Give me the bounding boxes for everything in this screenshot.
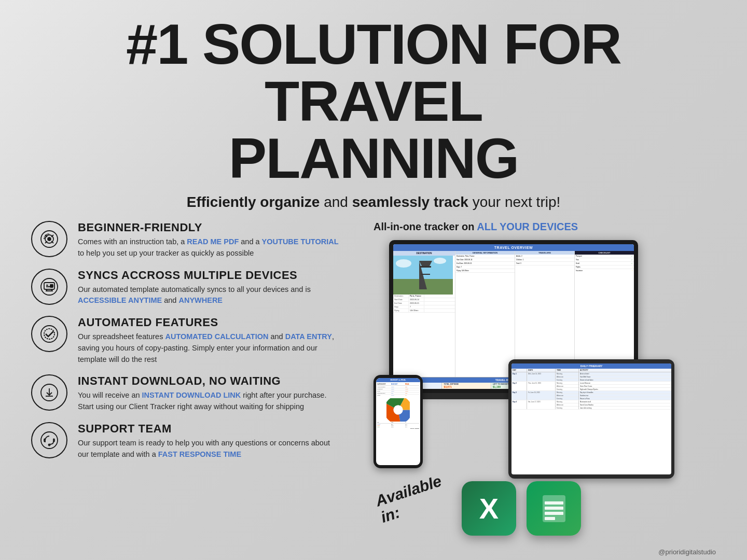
feature-automated-desc: Our spreadsheet features AUTOMATED CALCU… [78, 331, 342, 365]
instant-download-icon [31, 374, 67, 411]
svg-point-17 [396, 259, 411, 268]
tablet-screen: DAILY ITINERARY DAY DATE TIME ACTIVITY D… [511, 363, 671, 474]
title-line1: #1 SOLUTION FOR TRAVEL [126, 12, 621, 133]
footer-handle: @prioridigitalstudio [658, 548, 716, 556]
desc-pre-1: Our automated template automatically syn… [78, 285, 311, 293]
devices-title: All-in-one tracker on ALL YOUR DEVICES [374, 221, 578, 233]
highlight1-0: READ ME PDF [187, 237, 239, 246]
feature-instant-download-text: INSTANT DOWNLOAD, NO WAITING You will re… [78, 374, 342, 413]
subtitle-bold2: seamlessly track [352, 194, 468, 210]
svg-point-2 [48, 237, 51, 241]
phone-mockup: BUDGET vs REAL CATEGORY BUDGET REAL Acco… [374, 375, 423, 468]
ss-right-panel: GENERAL INFORMATION Destination: Paris, … [455, 251, 634, 377]
main-title: #1 SOLUTION FOR TRAVEL PLANNING [42, 16, 706, 187]
svg-point-24 [394, 405, 403, 415]
devices-column: All-in-one tracker on ALL YOUR DEVICES T… [363, 221, 716, 539]
feature-syncs-devices-desc: Our automated template automatically syn… [78, 284, 342, 307]
subtitle-mid: and [320, 194, 352, 210]
devices-mockup: TRAVEL OVERVIEW DESTINATION [374, 240, 674, 489]
feature-beginner-friendly-text: BEGINNER-FRIENDLY Comes with an instruct… [78, 221, 342, 259]
feature-automated-title: AUTOMATED FEATURES [78, 316, 342, 329]
desc-pre-2: Our spreadsheet features [78, 332, 165, 341]
feature-beginner-friendly-title: BEGINNER-FRIENDLY [78, 221, 342, 234]
highlight2-0: YOUTUBE TUTORIAL [262, 237, 339, 246]
desc-pre-3: You will receive an [78, 391, 142, 399]
desc-mid-0: and a [239, 237, 261, 246]
sheets-icon [527, 481, 581, 536]
ss-end-row: End Date 2023-06-21 [393, 302, 455, 305]
svg-point-18 [434, 258, 446, 264]
spreadsheet-body: DESTINATION [393, 251, 634, 377]
excel-icon: X [462, 481, 516, 536]
highlight2-2: DATA ENTRY [285, 332, 332, 341]
desc-post-0: to help you set up your tracker as quick… [78, 249, 254, 257]
available-in-section: Available in: X [384, 481, 581, 536]
highlight1-1: ACCESSIBLE ANYTIME [78, 296, 162, 304]
svg-point-10 [49, 444, 50, 445]
highlight1-4: FAST RESPONSE TIME [158, 450, 241, 458]
page-wrapper: #1 SOLUTION FOR TRAVEL PLANNING Efficien… [0, 0, 747, 560]
syncs-devices-icon [31, 269, 67, 305]
svg-rect-16 [421, 274, 430, 275]
feature-support-title: SUPPORT TEAM [78, 422, 342, 436]
feature-syncs-devices-text: SYNCS ACCROSS MULTIPLE DEVICES Our autom… [78, 269, 342, 307]
feature-syncs-devices-title: SYNCS ACCROSS MULTIPLE DEVICES [78, 269, 342, 282]
content-area: BEGINNER-FRIENDLY Comes with an instruct… [0, 216, 747, 544]
subtitle-post: your next trip! [468, 194, 560, 210]
phone-screen: BUDGET vs REAL CATEGORY BUDGET REAL Acco… [376, 378, 420, 465]
desc-mid-2: and [268, 332, 285, 341]
footer: @prioridigitalstudio [0, 544, 747, 560]
devices-title-highlight: ALL YOUR DEVICES [477, 221, 578, 232]
subtitle: Efficiently organize and seamlessly trac… [42, 194, 706, 211]
feature-automated-text: AUTOMATED FEATURES Our spreadsheet featu… [78, 316, 342, 365]
itinerary-title: DAILY ITINERARY [511, 363, 671, 369]
feature-automated: AUTOMATED FEATURES Our spreadsheet featu… [31, 316, 342, 365]
svg-rect-27 [545, 507, 563, 510]
svg-rect-29 [545, 517, 555, 520]
beginner-friendly-icon [31, 221, 67, 257]
automated-icon [31, 316, 67, 352]
svg-point-6 [41, 326, 58, 342]
feature-beginner-friendly-desc: Comes with an instruction tab, a READ ME… [78, 236, 342, 259]
feature-beginner-friendly: BEGINNER-FRIENDLY Comes with an instruct… [31, 221, 342, 259]
feature-support-desc: Our support team is ready to help you wi… [78, 438, 342, 460]
feature-instant-download-title: INSTANT DOWNLOAD, NO WAITING [78, 374, 342, 388]
feature-support: SUPPORT TEAM Our support team is ready t… [31, 422, 342, 460]
paris-image [393, 256, 453, 295]
highlight2-1: ANYWHERE [178, 296, 223, 304]
features-column: BEGINNER-FRIENDLY Comes with an instruct… [31, 221, 342, 539]
svg-rect-28 [545, 512, 563, 515]
feature-instant-download: INSTANT DOWNLOAD, NO WAITING You will re… [31, 374, 342, 413]
devices-title-pre: All-in-one tracker on [374, 221, 477, 232]
spreadsheet-header: TRAVEL OVERVIEW [393, 244, 634, 251]
subtitle-bold1: Efficiently organize [187, 194, 320, 210]
highlight1-2: AUTOMATED CALCULATION [165, 332, 268, 341]
ss-left-panel: DESTINATION [393, 251, 455, 377]
ss-date-row: Start Date 2023-06-14 [393, 298, 455, 302]
feature-support-text: SUPPORT TEAM Our support team is ready t… [78, 422, 342, 460]
feature-syncs-devices: SYNCS ACCROSS MULTIPLE DEVICES Our autom… [31, 269, 342, 307]
available-in-label: Available in: [374, 472, 448, 526]
ss-flying-row: Flying 14h 30min [393, 309, 455, 313]
svg-rect-15 [420, 266, 431, 268]
title-line2: PLANNING [229, 126, 518, 190]
desc-pre-0: Comes with an instruction tab, a [78, 237, 187, 246]
ss-info-row: Destination Paris, France [393, 295, 455, 298]
svg-rect-5 [50, 285, 53, 287]
highlight1-3: INSTANT DOWNLOAD LINK [142, 391, 241, 399]
support-icon [31, 422, 67, 458]
feature-instant-download-desc: You will receive an INSTANT DOWNLOAD LIN… [78, 390, 342, 413]
header: #1 SOLUTION FOR TRAVEL PLANNING Efficien… [0, 0, 747, 216]
ss-days-row: Days 7 [393, 305, 455, 309]
desc-mid-1: and [162, 296, 178, 304]
tablet-mockup: DAILY ITINERARY DAY DATE TIME ACTIVITY D… [508, 359, 674, 479]
svg-rect-26 [545, 501, 563, 505]
